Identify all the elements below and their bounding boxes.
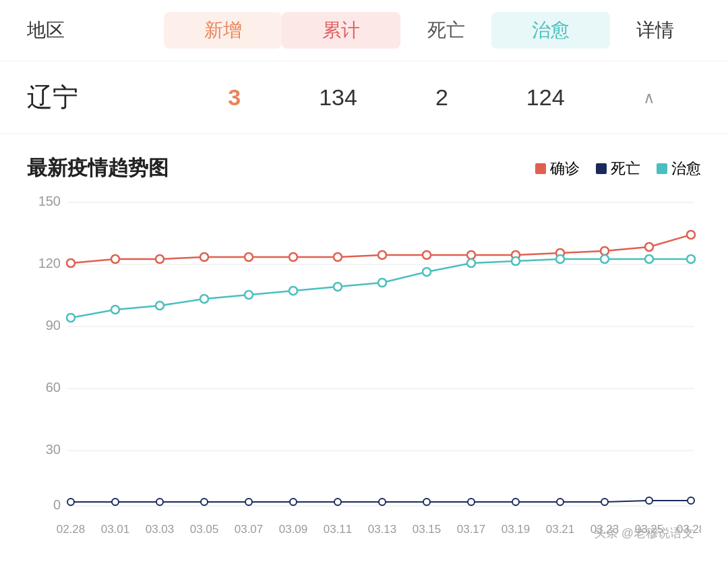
recovered-point: [687, 255, 695, 263]
confirmed-point: [67, 259, 75, 267]
quezhen-label: 确诊: [550, 159, 580, 179]
svg-text:03.19: 03.19: [502, 523, 530, 536]
deaths-point: [468, 499, 475, 505]
recovered-point: [111, 306, 119, 314]
deaths-point: [334, 499, 341, 505]
leiji-value: 134: [286, 84, 390, 111]
zhiyu-value: 124: [493, 84, 597, 111]
confirmed-point: [645, 243, 653, 251]
confirmed-point: [423, 251, 431, 259]
deaths-point: [557, 499, 564, 505]
watermark: 头条 @老穆说语文: [594, 525, 694, 541]
confirmed-point: [378, 251, 386, 259]
col-siwang: 死亡: [400, 18, 491, 43]
chart-title: 最新疫情趋势图: [27, 154, 535, 182]
svg-text:03.17: 03.17: [457, 523, 486, 536]
chart-area: 150 120 90 60 30 0 02.28 03.01 03.03 03.…: [27, 196, 701, 546]
deaths-point: [512, 499, 519, 505]
quezhen-dot: [535, 163, 546, 174]
svg-text:03.05: 03.05: [190, 523, 219, 536]
svg-text:03.09: 03.09: [279, 523, 308, 536]
main-container: 地区 新增 累计 死亡 治愈 详情 辽宁 3 134 2 124 ∧ 最新疫情趋…: [0, 0, 728, 560]
recovered-point: [245, 291, 253, 299]
confirmed-point: [156, 255, 164, 263]
confirmed-point: [111, 255, 119, 263]
table-header: 地区 新增 累计 死亡 治愈 详情: [0, 0, 728, 61]
recovered-point: [467, 259, 475, 267]
svg-text:02.28: 02.28: [57, 523, 86, 536]
deaths-point: [156, 499, 163, 505]
legend-zhiyu: 治愈: [657, 159, 701, 179]
expand-icon[interactable]: ∧: [597, 88, 701, 107]
deaths-point: [601, 499, 608, 505]
deaths-point: [290, 499, 297, 505]
svg-text:03.21: 03.21: [546, 523, 575, 536]
svg-text:90: 90: [46, 318, 61, 333]
recovered-point: [200, 295, 208, 303]
svg-text:120: 120: [38, 256, 61, 271]
svg-text:60: 60: [46, 380, 61, 395]
svg-text:03.15: 03.15: [413, 523, 442, 536]
confirmed-point: [245, 253, 253, 261]
zhiyu-dot: [657, 163, 667, 174]
confirmed-point: [334, 253, 342, 261]
siwang-dot: [596, 163, 607, 174]
recovered-point: [156, 302, 164, 310]
chart-header: 最新疫情趋势图 确诊 死亡 治愈: [27, 154, 701, 182]
recovered-point: [601, 255, 609, 263]
col-region: 地区: [27, 18, 164, 43]
siwang-label: 死亡: [611, 159, 640, 179]
recovered-line: [71, 259, 691, 318]
recovered-point: [289, 287, 297, 295]
col-xiangqing: 详情: [610, 18, 701, 43]
col-zhiyu: 治愈: [491, 12, 609, 49]
confirmed-point: [601, 247, 609, 255]
deaths-point: [112, 499, 119, 505]
deaths-point: [379, 499, 386, 505]
recovered-point: [423, 268, 431, 276]
region-name: 辽宁: [27, 80, 183, 115]
deaths-point: [688, 497, 694, 504]
deaths-point: [646, 497, 653, 504]
table-row[interactable]: 辽宁 3 134 2 124 ∧: [0, 61, 728, 134]
svg-text:150: 150: [38, 196, 61, 208]
siwang-value: 2: [390, 84, 493, 111]
recovered-point: [378, 279, 386, 287]
confirmed-point: [200, 253, 208, 261]
svg-text:03.03: 03.03: [146, 523, 175, 536]
svg-text:0: 0: [53, 497, 61, 512]
deaths-point: [423, 499, 430, 505]
svg-text:03.01: 03.01: [101, 523, 130, 536]
chart-section: 最新疫情趋势图 确诊 死亡 治愈: [0, 134, 728, 560]
recovered-point: [645, 255, 653, 263]
zhiyu-label: 治愈: [671, 159, 701, 179]
svg-text:30: 30: [46, 442, 61, 457]
recovered-point: [556, 255, 564, 263]
svg-text:03.13: 03.13: [368, 523, 397, 536]
xinzeng-value: 3: [183, 84, 286, 111]
confirmed-point: [467, 251, 475, 259]
confirmed-point: [289, 253, 297, 261]
recovered-point: [512, 257, 520, 265]
deaths-point: [245, 499, 252, 505]
svg-text:03.07: 03.07: [235, 523, 264, 536]
legend-quezhen: 确诊: [535, 159, 580, 179]
recovered-point: [334, 283, 342, 291]
legend-siwang: 死亡: [596, 159, 640, 179]
trend-chart: 150 120 90 60 30 0 02.28 03.01 03.03 03.…: [27, 196, 701, 546]
deaths-point: [201, 499, 208, 505]
confirmed-point: [687, 231, 695, 239]
col-leiji: 累计: [282, 12, 400, 49]
chart-legend: 确诊 死亡 治愈: [535, 159, 701, 179]
col-xinzeng: 新增: [164, 12, 282, 49]
svg-text:03.11: 03.11: [324, 523, 353, 536]
deaths-point: [67, 499, 74, 505]
recovered-point: [67, 314, 75, 322]
